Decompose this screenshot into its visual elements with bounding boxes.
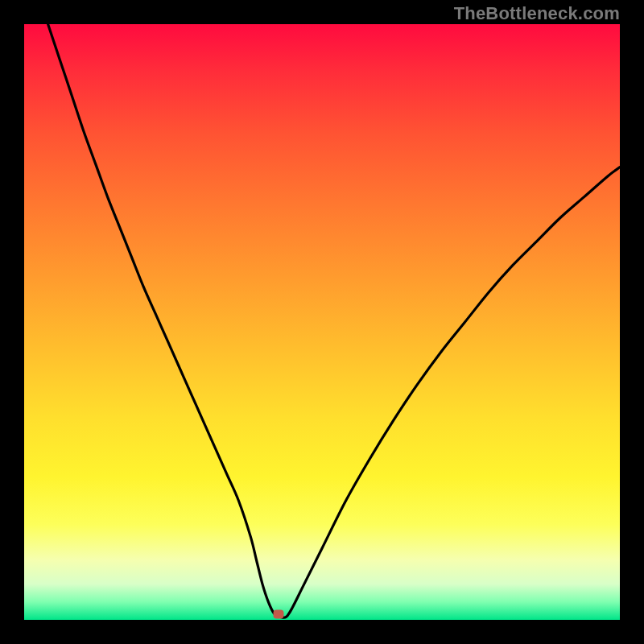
curve-svg <box>24 24 620 620</box>
watermark-text: TheBottleneck.com <box>454 3 620 24</box>
plot-area <box>24 24 620 620</box>
bottleneck-curve <box>48 24 620 617</box>
chart-frame: TheBottleneck.com <box>0 0 644 644</box>
optimum-marker <box>273 609 283 618</box>
